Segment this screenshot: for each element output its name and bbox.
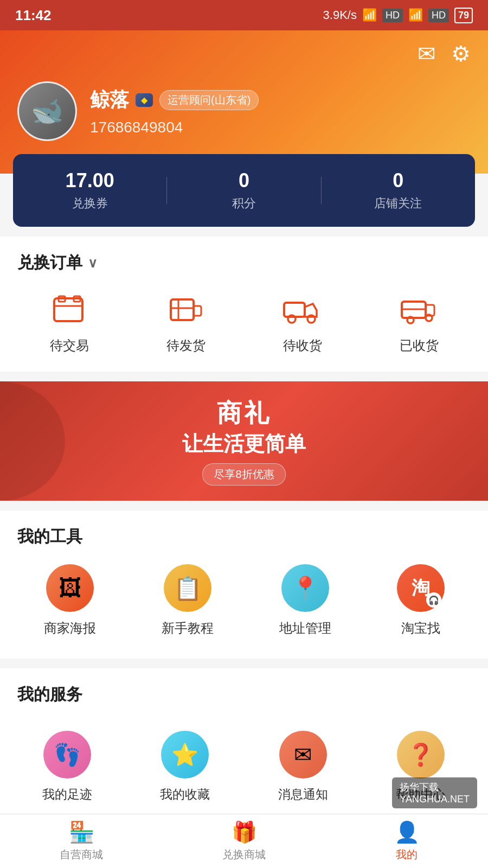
service-footprint[interactable]: 👣 我的足迹 — [11, 722, 124, 812]
signal-icon: 📶 — [362, 8, 377, 22]
profile-phone: 17686849804 — [90, 119, 259, 136]
taobao-label: 淘宝找 — [401, 620, 440, 637]
profile-row: 🐋 鲸落 ◆ 运营顾问(山东省) 17686849804 — [17, 81, 471, 141]
chevron-down-icon[interactable]: ∨ — [88, 256, 98, 271]
hd-label: HD — [382, 9, 403, 22]
stat-points[interactable]: 0 积分 — [167, 169, 320, 212]
received-icon — [397, 290, 441, 329]
pending-trade-label: 待交易 — [50, 337, 89, 354]
beginner-tutorial-icon: 📋 — [164, 564, 211, 612]
avatar[interactable]: 🐋 — [17, 81, 77, 141]
in-transit-icon — [281, 290, 324, 329]
nav-item-mine[interactable]: 👤 我的 — [325, 820, 488, 862]
tools-grid: 🖼 商家海报 📋 新手教程 📍 地址管理 淘 🎧 淘宝找 — [0, 559, 488, 648]
banner-title-2: 让生活更简单 — [182, 430, 306, 458]
voucher-value: 17.00 — [13, 169, 166, 192]
mine-nav-label: 我的 — [396, 847, 418, 862]
avatar-image: 🐋 — [19, 81, 75, 141]
notification-label: 消息通知 — [278, 786, 328, 803]
promo-banner[interactable]: 商礼 让生活更简单 尽享8折优惠 — [0, 381, 488, 501]
status-bar: 11:42 3.9K/s 📶 HD 📶 HD 79 — [0, 0, 488, 30]
vip-icon: ◆ — [141, 95, 147, 105]
points-value: 0 — [167, 169, 320, 192]
status-time: 11:42 — [15, 7, 52, 24]
tool-taobao[interactable]: 淘 🎧 淘宝找 — [397, 564, 445, 637]
status-right: 3.9K/s 📶 HD 📶 HD 79 — [323, 8, 473, 23]
address-manage-icon: 📍 — [281, 564, 329, 612]
stat-voucher[interactable]: 17.00 兑换券 — [13, 169, 166, 212]
role-badge: 运营顾问(山东省) — [159, 90, 259, 110]
pending-ship-icon — [164, 290, 208, 329]
battery-indicator: 79 — [454, 8, 473, 23]
tool-address-manage[interactable]: 📍 地址管理 — [279, 564, 331, 637]
voucher-label: 兑换券 — [72, 196, 108, 210]
store-nav-label: 自营商城 — [60, 847, 103, 862]
svg-rect-4 — [171, 299, 194, 320]
services-section-title: 我的服务 — [0, 668, 488, 717]
order-item-received[interactable]: 已收货 — [397, 290, 441, 354]
tool-merchant-poster[interactable]: 🖼 商家海报 — [44, 564, 96, 637]
banner-content: 商礼 让生活更简单 尽享8折优惠 — [182, 397, 306, 486]
svg-rect-8 — [284, 303, 305, 317]
taobao-icon: 淘 🎧 — [397, 564, 445, 612]
received-label: 已收货 — [400, 337, 439, 354]
stats-card: 17.00 兑换券 0 积分 0 店铺关注 — [13, 154, 475, 227]
signal-icon-2: 📶 — [408, 8, 423, 22]
watermark: 扬华下载YANGHUA.NET — [392, 777, 477, 808]
vip-badge: ◆ — [136, 93, 153, 107]
tools-section: 我的工具 🖼 商家海报 📋 新手教程 📍 地址管理 淘 🎧 淘宝找 — [0, 510, 488, 659]
order-item-pending-ship[interactable]: 待发货 — [164, 290, 208, 354]
svg-rect-7 — [194, 306, 201, 316]
address-manage-label: 地址管理 — [279, 620, 331, 637]
service-favorites[interactable]: ⭐ 我的收藏 — [129, 722, 242, 812]
exchange-nav-label: 兑换商城 — [222, 847, 266, 862]
banner-badge: 尽享8折优惠 — [202, 463, 285, 486]
hd-label-2: HD — [428, 9, 449, 22]
mail-button[interactable]: ✉ — [418, 41, 436, 66]
follows-value: 0 — [322, 169, 475, 192]
pending-ship-label: 待发货 — [166, 337, 206, 354]
service-notification[interactable]: ✉ 消息通知 — [247, 722, 359, 812]
favorites-label: 我的收藏 — [160, 786, 210, 803]
header-section: ✉ ⚙ 🐋 鲸落 ◆ 运营顾问(山东省) 17686849804 — [0, 30, 488, 174]
in-transit-label: 待收货 — [283, 337, 322, 354]
favorites-icon: ⭐ — [161, 731, 209, 778]
profile-name-row: 鲸落 ◆ 运营顾问(山东省) — [90, 87, 259, 113]
footprint-label: 我的足迹 — [42, 786, 92, 803]
beginner-tutorial-label: 新手教程 — [162, 620, 214, 637]
profile-info: 鲸落 ◆ 运营顾问(山东省) 17686849804 — [90, 87, 259, 136]
order-icons-row: 待交易 待发货 待收货 — [0, 285, 488, 372]
settings-button[interactable]: ⚙ — [451, 41, 471, 66]
store-icon: 🏪 — [69, 820, 94, 844]
user-name: 鲸落 — [90, 87, 129, 113]
merchant-poster-icon: 🖼 — [46, 564, 94, 612]
nav-item-exchange[interactable]: 🎁 兑换商城 — [163, 820, 325, 862]
nav-item-store[interactable]: 🏪 自营商城 — [0, 820, 163, 862]
merchant-poster-label: 商家海报 — [44, 620, 96, 637]
notification-icon: ✉ — [279, 731, 327, 778]
tool-beginner-tutorial[interactable]: 📋 新手教程 — [162, 564, 214, 637]
network-speed: 3.9K/s — [323, 8, 357, 22]
order-section-title: 兑换订单 — [17, 252, 82, 274]
mine-icon: 👤 — [394, 820, 420, 844]
pending-trade-icon — [48, 290, 91, 329]
banner-title-1: 商礼 — [182, 397, 306, 430]
banner-deco-left — [0, 381, 108, 501]
exchange-icon: 🎁 — [232, 820, 257, 844]
points-label: 积分 — [232, 196, 256, 210]
follows-label: 店铺关注 — [374, 196, 422, 210]
footprint-icon: 👣 — [43, 731, 91, 778]
header-icons: ✉ ⚙ — [17, 41, 471, 66]
order-item-in-transit[interactable]: 待收货 — [281, 290, 324, 354]
bottom-nav: 🏪 自营商城 🎁 兑换商城 👤 我的 — [0, 814, 488, 868]
stat-follows[interactable]: 0 店铺关注 — [322, 169, 475, 212]
tools-section-title: 我的工具 — [0, 510, 488, 559]
help-icon: ❓ — [397, 731, 445, 778]
order-section-header: 兑换订单 ∨ — [0, 237, 488, 285]
order-item-pending-trade[interactable]: 待交易 — [48, 290, 91, 354]
order-section: 兑换订单 ∨ 待交易 — [0, 237, 488, 372]
